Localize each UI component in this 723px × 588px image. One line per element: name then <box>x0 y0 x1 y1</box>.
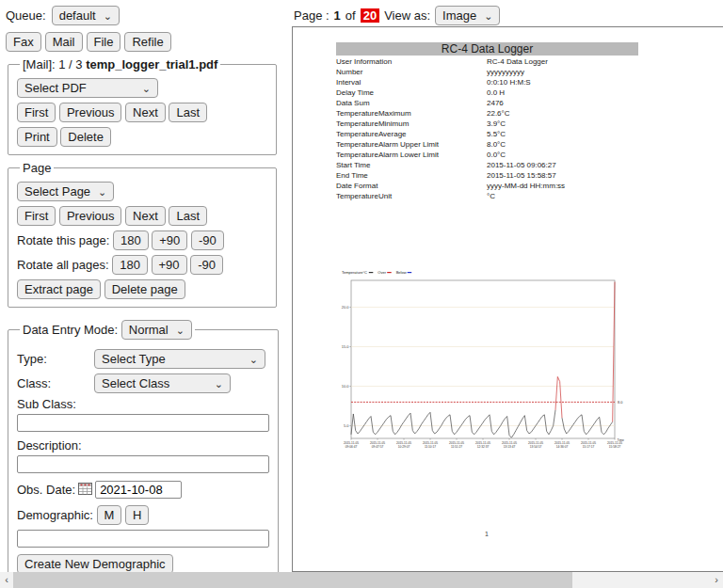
type-select[interactable]: Select Type ⌄ <box>94 349 265 369</box>
rotate-all-180-button[interactable]: 180 <box>112 255 148 275</box>
svg-text:11:10:17: 11:10:17 <box>425 445 436 449</box>
type-label: Type: <box>17 349 94 369</box>
svg-text:Temperature°C: Temperature°C <box>342 270 367 275</box>
doc-field-row: Numberyyyyyyyyyy <box>336 67 656 77</box>
demographic-m-button[interactable]: M <box>97 505 122 525</box>
pdf-previous-button[interactable]: Previous <box>59 103 122 122</box>
svg-text:15:17:17: 15:17:17 <box>583 445 595 449</box>
rotate-this-plus90-button[interactable]: +90 <box>152 230 187 250</box>
svg-text:10:29:07: 10:29:07 <box>398 445 410 449</box>
doc-field-row: End Time2015-11-05 15:58:57 <box>336 170 656 181</box>
data-entry-legend: Data Entry Mode: Normal ⌄ <box>20 320 195 340</box>
queue-select[interactable]: default ⌄ <box>52 6 120 25</box>
svg-text:14:36:07: 14:36:07 <box>556 445 569 449</box>
svg-text:13:13:47: 13:13:47 <box>504 445 516 449</box>
page-first-button[interactable]: First <box>17 206 56 226</box>
page-previous-button[interactable]: Previous <box>59 206 122 226</box>
left-control-panel: Queue: default ⌄ Fax Mail File Refile [M… <box>0 0 284 572</box>
doc-title: RC-4 Data Logger <box>336 42 638 56</box>
scrollbar-thumb[interactable] <box>13 572 572 588</box>
demographic-label: Demographic: <box>17 508 93 522</box>
svg-text:5.0: 5.0 <box>344 423 349 428</box>
doc-field-row: Start Time2015-11-05 09:06:27 <box>336 160 656 170</box>
rotate-all-plus90-button[interactable]: +90 <box>152 255 187 275</box>
mail-fieldset: [Mail]: 1 / 3 temp_logger_trial1.pdf Sel… <box>8 57 277 155</box>
file-button[interactable]: File <box>87 32 121 52</box>
page-last-button[interactable]: Last <box>169 206 207 226</box>
demographic-input[interactable] <box>17 530 269 548</box>
svg-text:8.0: 8.0 <box>618 401 622 405</box>
chevron-down-icon: ⌄ <box>249 355 258 364</box>
fax-button[interactable]: Fax <box>6 32 41 52</box>
scroll-left-arrow-icon[interactable]: ‹ <box>0 572 13 588</box>
description-label: Description: <box>17 438 82 453</box>
chevron-down-icon: ⌄ <box>104 11 112 21</box>
subclass-label: Sub Class: <box>17 397 76 411</box>
svg-text:Time: Time <box>618 438 625 442</box>
rotate-this-180-button[interactable]: 180 <box>113 230 149 250</box>
svg-text:09:06:47: 09:06:47 <box>345 445 358 449</box>
queue-label: Queue: <box>6 8 46 23</box>
class-label: Class: <box>17 373 94 393</box>
subclass-input[interactable] <box>17 414 269 432</box>
select-pdf-dropdown[interactable]: Select PDF ⌄ <box>17 78 158 98</box>
rotate-this-minus90-button[interactable]: -90 <box>191 230 224 250</box>
rotate-this-page-label: Rotate this page: <box>17 233 109 247</box>
chevron-down-icon: ⌄ <box>176 326 185 335</box>
create-new-demographic-button[interactable]: Create New Demographic <box>17 554 173 574</box>
refile-button[interactable]: Refile <box>124 32 170 52</box>
doc-field-row: Data Sum2476 <box>336 98 656 108</box>
svg-text:20.0: 20.0 <box>342 305 350 310</box>
page-next-button[interactable]: Next <box>125 206 166 226</box>
pdf-last-button[interactable]: Last <box>169 103 207 122</box>
page-fieldset: Page Select Page ⌄ First Previous Next L… <box>8 161 277 308</box>
svg-text:11:51:27: 11:51:27 <box>451 445 462 449</box>
temperature-line-chart: 5.010.015.020.08.02015-11-0509:06:472015… <box>340 267 632 455</box>
preview-header: Page : 1 of 20 View as: Image ⌄ <box>294 6 500 25</box>
svg-text:15.0: 15.0 <box>342 344 350 349</box>
select-page-dropdown[interactable]: Select Page ⌄ <box>17 182 114 201</box>
print-button[interactable]: Print <box>17 127 57 147</box>
description-input[interactable] <box>17 455 269 473</box>
queue-row: Queue: default ⌄ <box>6 6 284 25</box>
doc-field-row: TemperatureAverage5.5°C <box>336 129 656 139</box>
data-entry-fieldset: Data Entry Mode: Normal ⌄ Type: Select T… <box>8 320 279 588</box>
doc-field-row: Date Formatyyyy-MM-dd HH:mm:ss <box>336 181 656 191</box>
doc-field-row: User InformationRC-4 Data Logger <box>336 56 656 67</box>
page-label: Page : <box>294 8 329 23</box>
doc-field-row: Interval0:0:10 H:M:S <box>336 77 656 87</box>
document-preview-pane[interactable]: RC-4 Data Logger User InformationRC-4 Da… <box>292 26 723 572</box>
doc-field-row: TemperatureAlarm Lower Limit0.0°C <box>336 150 656 160</box>
doc-field-row: TemperatureMaximum22.6°C <box>336 108 656 119</box>
delete-page-button[interactable]: Delete page <box>104 279 185 299</box>
pdf-next-button[interactable]: Next <box>125 103 166 122</box>
calendar-icon[interactable] <box>78 483 92 498</box>
page-fieldset-legend: Page <box>20 161 54 175</box>
svg-text:10.0: 10.0 <box>342 384 350 389</box>
page-total-badge: 20 <box>361 8 379 23</box>
rotate-all-pages-label: Rotate all pages: <box>17 258 109 272</box>
svg-text:Below: Below <box>396 270 407 275</box>
current-pdf-filename: temp_logger_trial1.pdf <box>86 57 217 72</box>
chevron-down-icon: ⌄ <box>215 379 223 389</box>
scroll-right-arrow-icon[interactable]: › <box>710 572 723 588</box>
doc-field-row: TemperatureMinimum3.9°C <box>336 119 656 129</box>
horizontal-scrollbar[interactable]: ‹ › <box>0 572 723 588</box>
data-entry-mode-select[interactable]: Normal ⌄ <box>121 320 192 340</box>
rotate-all-minus90-button[interactable]: -90 <box>190 255 223 275</box>
mail-button[interactable]: Mail <box>45 32 83 52</box>
class-select[interactable]: Select Class ⌄ <box>94 373 231 393</box>
queue-buttons: Fax Mail File Refile <box>6 32 284 52</box>
mail-fieldset-legend: [Mail]: 1 / 3 temp_logger_trial1.pdf <box>20 57 220 72</box>
pdf-first-button[interactable]: First <box>17 103 56 122</box>
svg-text:09:47:57: 09:47:57 <box>372 445 384 449</box>
view-as-select[interactable]: Image ⌄ <box>435 6 500 25</box>
obs-date-input[interactable] <box>95 481 182 499</box>
page-current: 1 <box>334 8 341 23</box>
extract-page-button[interactable]: Extract page <box>17 279 101 299</box>
chevron-down-icon: ⌄ <box>484 11 492 21</box>
svg-text:12:32:37: 12:32:37 <box>477 445 490 449</box>
obs-date-label: Obs. Date: <box>17 483 75 497</box>
demographic-h-button[interactable]: H <box>125 505 149 525</box>
pdf-delete-button[interactable]: Delete <box>60 127 111 147</box>
